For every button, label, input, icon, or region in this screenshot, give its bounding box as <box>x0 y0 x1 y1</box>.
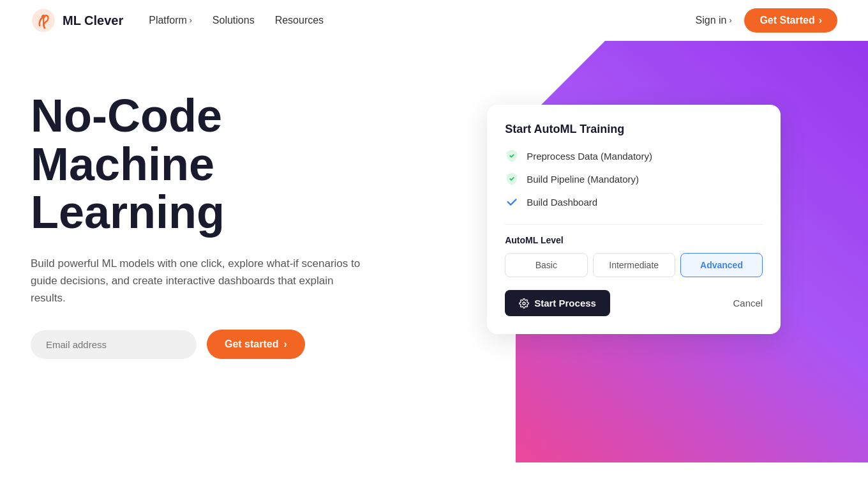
shield-check-icon-1 <box>505 149 519 163</box>
hero-section: No-CodeMachineLearning Build powerful ML… <box>0 41 868 488</box>
level-basic-button[interactable]: Basic <box>505 253 587 277</box>
level-buttons: Basic Intermediate Advanced <box>505 253 763 277</box>
level-intermediate-button[interactable]: Intermediate <box>593 253 675 277</box>
level-advanced-button[interactable]: Advanced <box>680 253 763 277</box>
sign-in-button[interactable]: Sign in › <box>696 15 732 26</box>
navbar: ML Clever Platform › Solutions Resources… <box>0 0 868 41</box>
settings-icon <box>519 298 529 309</box>
nav-link-solutions[interactable]: Solutions <box>213 15 255 26</box>
get-started-hero-button[interactable]: Get started › <box>207 330 305 359</box>
cancel-button[interactable]: Cancel <box>733 298 763 309</box>
hero-right: Start AutoML Training Preprocess Data (M… <box>474 79 837 462</box>
checklist: Preprocess Data (Mandatory) Build Pipeli… <box>505 149 763 209</box>
nav-right: Sign in › Get Started › <box>696 8 838 33</box>
checklist-item-3: Build Dashboard <box>505 195 763 209</box>
email-input[interactable] <box>31 330 197 359</box>
automl-card-wrapper: Start AutoML Training Preprocess Data (M… <box>487 105 781 334</box>
logo[interactable]: ML Clever <box>31 8 123 33</box>
chevron-down-icon: › <box>190 16 192 25</box>
logo-icon <box>31 8 56 33</box>
automl-level-label: AutoML Level <box>505 235 763 245</box>
card-title: Start AutoML Training <box>505 123 763 136</box>
nav-links: Platform › Solutions Resources <box>149 15 324 26</box>
shield-check-icon-2 <box>505 172 519 186</box>
checklist-item-2: Build Pipeline (Mandatory) <box>505 172 763 186</box>
nav-link-platform[interactable]: Platform › <box>149 15 192 26</box>
logo-text: ML Clever <box>63 13 123 28</box>
start-process-button[interactable]: Start Process <box>505 290 610 316</box>
checklist-item-1: Preprocess Data (Mandatory) <box>505 149 763 163</box>
get-started-nav-button[interactable]: Get Started › <box>744 8 837 33</box>
chevron-right-icon: › <box>729 16 731 25</box>
card-divider <box>505 224 763 225</box>
automl-card: Start AutoML Training Preprocess Data (M… <box>487 105 781 334</box>
hero-description: Build powerful ML models with one click,… <box>31 255 363 307</box>
nav-left: ML Clever Platform › Solutions Resources <box>31 8 324 33</box>
nav-link-resources[interactable]: Resources <box>275 15 324 26</box>
hero-cta: Get started › <box>31 330 474 359</box>
hero-left: No-CodeMachineLearning Build powerful ML… <box>31 79 474 359</box>
arrow-right-icon: › <box>283 339 287 350</box>
check-icon-3 <box>505 195 519 209</box>
hero-title: No-CodeMachineLearning <box>31 92 474 237</box>
action-buttons: Start Process Cancel <box>505 290 763 316</box>
arrow-right-icon: › <box>819 15 822 26</box>
